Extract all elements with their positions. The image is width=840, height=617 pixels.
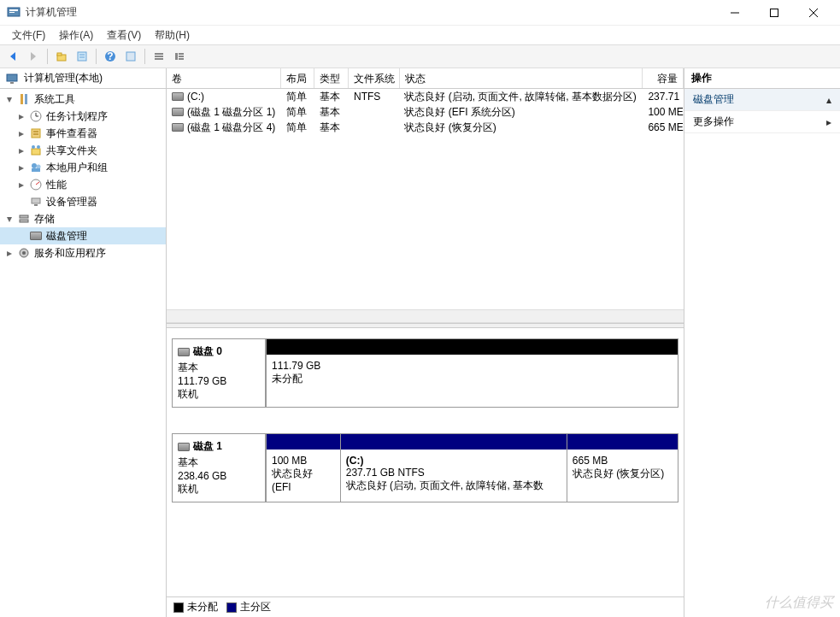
volume-row[interactable]: (磁盘 1 磁盘分区 4)简单基本状态良好 (恢复分区)665 ME <box>167 120 684 135</box>
volume-type: 基本 <box>314 120 349 136</box>
properties-button[interactable] <box>73 47 91 66</box>
expander-icon[interactable]: ▸ <box>3 247 15 259</box>
maximize-button[interactable] <box>755 0 794 26</box>
toolbar-separator-2 <box>96 49 97 64</box>
expander-spacer <box>15 196 27 208</box>
disk-status: 联机 <box>178 387 260 402</box>
expander-icon[interactable]: ▸ <box>15 127 27 139</box>
tree-label: 任务计划程序 <box>44 109 108 124</box>
partition-state: 状态良好 (启动, 页面文件, 故障转储, 基本数 <box>346 479 561 493</box>
forward-button[interactable] <box>24 47 43 66</box>
menu-action[interactable]: 操作(A) <box>52 26 100 44</box>
menu-view[interactable]: 查看(V) <box>100 26 148 44</box>
disk-type: 基本 <box>178 361 260 375</box>
col-volume[interactable]: 卷 <box>167 68 281 88</box>
volume-list[interactable]: (C:)简单基本NTFS状态良好 (启动, 页面文件, 故障转储, 基本数据分区… <box>167 89 684 309</box>
titlebar: 计算机管理 <box>0 0 840 26</box>
list-button[interactable] <box>150 47 168 66</box>
svg-rect-21 <box>179 53 184 55</box>
volume-type: 基本 <box>314 104 349 120</box>
svg-rect-10 <box>57 53 62 56</box>
chevron-right-icon: ▸ <box>826 116 831 128</box>
partition[interactable]: 111.79 GB未分配 <box>266 339 678 407</box>
tree-header: 计算机管理(本地) <box>0 68 166 89</box>
col-fs[interactable]: 文件系统 <box>349 68 399 88</box>
tree-shared-folders[interactable]: ▸ 共享文件夹 <box>0 142 166 159</box>
disk-graphical-view: 磁盘 0基本111.79 GB联机111.79 GB未分配磁盘 1基本238.4… <box>167 328 684 596</box>
volume-fs <box>349 126 399 128</box>
back-button[interactable] <box>3 47 22 66</box>
swatch-navy <box>226 602 237 613</box>
refresh-button[interactable] <box>121 47 140 66</box>
partition-label: (C:) <box>346 455 561 467</box>
horizontal-scroll-track[interactable] <box>167 309 684 323</box>
tree-local-users[interactable]: ▸ 本地用户和组 <box>0 159 166 176</box>
partition-stripe <box>341 434 567 450</box>
expander-icon[interactable]: ▸ <box>15 144 27 156</box>
tree-device-manager[interactable]: 设备管理器 <box>0 193 166 210</box>
actions-pane: 操作 磁盘管理 ▴ 更多操作 ▸ <box>684 68 840 617</box>
svg-rect-17 <box>155 53 163 55</box>
volume-list-header: 卷 布局 类型 文件系统 状态 容量 <box>167 68 684 89</box>
users-icon <box>29 161 43 174</box>
svg-rect-16 <box>126 52 135 61</box>
partition[interactable]: (C:)237.71 GB NTFS状态良好 (启动, 页面文件, 故障转储, … <box>340 434 567 502</box>
collapse-up-icon: ▴ <box>826 94 831 106</box>
expander-spacer <box>15 230 27 242</box>
tree-label: 存储 <box>32 212 55 226</box>
detail-button[interactable] <box>170 47 189 66</box>
svg-text:?: ? <box>107 50 113 62</box>
tree-performance[interactable]: ▸ 性能 <box>0 176 166 193</box>
disk-size: 238.46 GB <box>178 470 260 482</box>
services-icon <box>17 246 31 260</box>
partition-stripe <box>267 339 678 355</box>
tree-task-scheduler[interactable]: ▸ 任务计划程序 <box>0 108 166 125</box>
col-type[interactable]: 类型 <box>314 68 349 88</box>
svg-marker-8 <box>31 52 36 61</box>
expander-icon[interactable]: ▾ <box>3 213 15 225</box>
disk-type: 基本 <box>178 455 260 470</box>
close-button[interactable] <box>794 0 833 26</box>
expander-icon[interactable]: ▸ <box>15 110 27 122</box>
col-capacity[interactable]: 容量 <box>643 68 684 88</box>
partition[interactable]: 100 MB状态良好 (EFI <box>266 434 340 502</box>
minimize-button[interactable] <box>715 0 755 26</box>
svg-marker-7 <box>10 52 15 61</box>
tree-storage[interactable]: ▾ 存储 <box>0 210 166 227</box>
window-buttons <box>715 0 833 26</box>
actions-header: 操作 <box>684 68 840 89</box>
partition[interactable]: 665 MB状态良好 (恢复分区) <box>567 434 678 502</box>
disk-info[interactable]: 磁盘 0基本111.79 GB联机 <box>172 338 266 408</box>
disk-info[interactable]: 磁盘 1基本238.46 GB联机 <box>172 433 266 502</box>
tree-system-tools[interactable]: ▾ 系统工具 <box>0 91 166 108</box>
expander-icon[interactable]: ▸ <box>15 162 27 173</box>
col-layout[interactable]: 布局 <box>281 68 315 88</box>
disk-partitions: 111.79 GB未分配 <box>266 338 678 408</box>
toolbar: ? <box>0 44 840 68</box>
tree-disk-management[interactable]: 磁盘管理 <box>0 227 166 244</box>
svg-rect-24 <box>7 74 17 81</box>
volume-status: 状态良好 (EFI 系统分区) <box>399 104 643 120</box>
expander-icon[interactable]: ▾ <box>3 93 15 105</box>
actions-more[interactable]: 更多操作 ▸ <box>684 111 840 133</box>
tree-event-viewer[interactable]: ▸ 事件查看器 <box>0 125 166 142</box>
tree-root-label[interactable]: 计算机管理(本地) <box>22 71 103 85</box>
performance-icon <box>29 178 43 191</box>
expander-icon[interactable]: ▸ <box>15 179 27 191</box>
tree-label: 性能 <box>44 178 67 192</box>
clock-icon <box>29 109 43 123</box>
app-icon <box>7 6 21 20</box>
menu-help[interactable]: 帮助(H) <box>148 26 197 44</box>
volume-row[interactable]: (C:)简单基本NTFS状态良好 (启动, 页面文件, 故障转储, 基本数据分区… <box>167 89 684 104</box>
storage-icon <box>17 212 31 226</box>
actions-category[interactable]: 磁盘管理 ▴ <box>684 89 840 111</box>
partition-size: 237.71 GB NTFS <box>346 467 561 479</box>
up-button[interactable] <box>52 47 71 66</box>
help-button[interactable]: ? <box>101 47 120 66</box>
volume-row[interactable]: (磁盘 1 磁盘分区 1)简单基本状态良好 (EFI 系统分区)100 ME <box>167 104 684 120</box>
partition-state: 未分配 <box>272 372 673 386</box>
col-status[interactable]: 状态 <box>400 68 643 88</box>
volume-capacity: 665 ME <box>643 120 684 134</box>
menu-file[interactable]: 文件(F) <box>5 26 52 44</box>
tree-services-apps[interactable]: ▸ 服务和应用程序 <box>0 244 166 261</box>
